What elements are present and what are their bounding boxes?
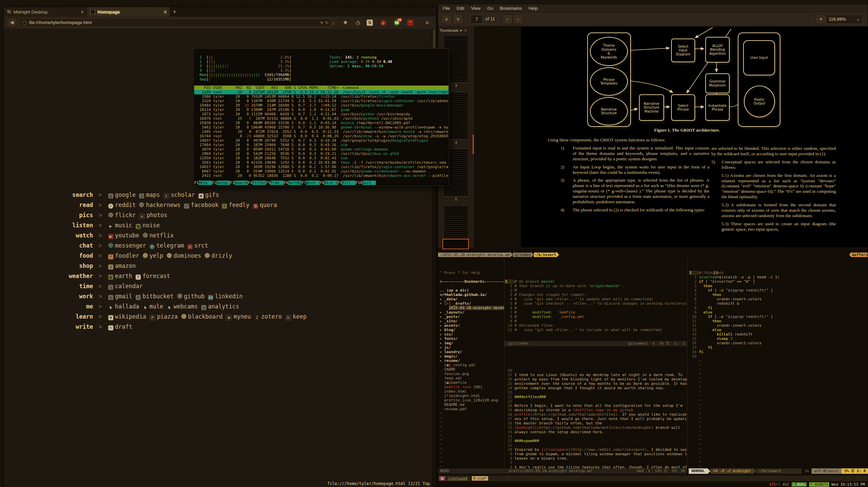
link-photos[interactable]: photos [146,212,167,218]
link-youtube[interactable]: youtube [115,232,139,239]
link-bitbucket[interactable]: bitbucket [142,293,174,300]
s-extension-icon[interactable]: S [367,20,373,26]
selected-page-thumbnail[interactable] [442,239,469,249]
link-keep[interactable]: keep [293,313,307,320]
menu-item[interactable]: Edit [457,6,464,11]
tab-midnight-desktop[interactable]: Midnight Desktop x [4,7,87,17]
zoom-caret-icon[interactable]: ⌄ [856,15,860,24]
link-quora[interactable]: quora [260,202,277,208]
process-row[interactable]: 2872 tyler 20 0 1115M 96468 6420 S 0.7 1… [194,112,449,116]
process-row[interactable]: 2860 tyler 20 0 542M 21256 9536 S 0.0 0.… [194,152,449,156]
process-row[interactable]: 3462 tyler 20 0 1064M 43968 15700 S 0.7 … [194,125,449,130]
buffer-tab-midnight-desktop-md[interactable]: _/2015-05-28-midnight-desktop.md [438,253,510,257]
buffer-tab-git-index[interactable]: .g/index [513,253,531,257]
link-flickr[interactable]: flickr [115,212,136,218]
menu-item[interactable]: File [443,6,450,11]
process-row[interactable]: 2870 tyler 20 0 856M 25012 14716 S 0.0 0… [194,147,449,152]
link-webcams[interactable]: webcams [174,303,198,310]
process-row[interactable]: 24017 tyler 20 0 305M 19296 12088 S 0.0 … [194,165,449,169]
link-netflix[interactable]: netflix [150,232,174,239]
process-row[interactable]: 1340 root 20 0 2375M 2012M 275M S 0.0 25… [194,90,449,94]
process-row[interactable]: 21050 tyler 20 0 182M 20648 7552 S 0.0 0… [194,156,449,160]
menu-item[interactable]: Go [487,6,493,11]
link-calendar[interactable]: calendar [115,283,143,289]
buffer-tab-invert[interactable]: ~/b/invert [534,253,556,257]
link-noise[interactable]: noise [142,222,160,229]
tmux-window-0-vim[interactable]: 0:vim* [472,476,488,481]
back-button[interactable]: ◀ [7,18,17,27]
process-row[interactable]: 2986 tyler 20 0 7692M 1453M 60864 R 12.5… [194,94,449,99]
process-table-header[interactable]: PID USER PRI NI VIRT RES SHR S CPU% MEM%… [194,86,449,90]
htop-f8[interactable]: F8 [320,181,324,185]
link-scholar[interactable]: scholar [171,191,195,198]
lastpass-asterisk-icon[interactable]: * [407,20,413,26]
htop-f3[interactable]: F3 [230,181,234,185]
process-row[interactable]: 3320 tyler 20 0 1347M 436M 21744 S 2.6 5… [194,99,449,103]
process-row[interactable]: 17664 tyler 20 0 187M 25960 7648 S 0.0 0… [194,143,449,147]
page-down-button[interactable]: ∨ [453,15,463,24]
tab-homepage[interactable]: Homepage x [87,7,170,17]
tab-close-icon[interactable]: x [164,9,166,14]
link-reddit[interactable]: reddit [115,202,136,208]
link-github[interactable]: github [184,293,205,300]
sidebar-title[interactable]: Thumbnails [439,28,459,32]
link-music[interactable]: music [115,222,132,229]
link-gmail[interactable]: gmail [115,293,132,300]
htop-f2[interactable]: F2 [212,181,216,185]
menu-item[interactable]: View [471,6,480,11]
htop-f10[interactable]: F10 [356,181,362,185]
extension-puzzle-icon[interactable]: ❖ [341,19,349,27]
process-row[interactable]: 28114 tyler 20 0 1380M 147M 25196 S 0.0 … [194,108,449,112]
htop-f5[interactable]: F5 [266,181,270,185]
link-linkedin[interactable]: linkedin [215,293,243,300]
htop-f6[interactable]: F6 [284,181,288,185]
process-row[interactable]: 19484 tyler 39 19 1670M 214M 18300 S 0.7… [194,103,449,108]
link-hallada[interactable]: hallada [115,303,139,310]
link-maps[interactable]: maps [146,191,160,198]
link-gifs[interactable]: gifs [205,191,219,198]
zoom-control[interactable]: 116.89% ⌄ [826,15,863,24]
new-tab-button[interactable]: + [170,7,179,17]
history-back-button[interactable]: ‹ [502,15,512,24]
download-icon[interactable]: ↓ [329,19,338,27]
htop-f9[interactable]: F9 [338,181,342,185]
htop-f1[interactable]: F1 [194,181,199,185]
link-zotero[interactable]: zotero [261,313,282,320]
mu-extension-icon[interactable]: μ [380,20,386,26]
vim-middle-pane[interactable]: 1# On branch master1# Your branch is up-… [504,257,687,468]
crosshair-tool-icon[interactable]: ⌖ [816,15,826,24]
link-telegram[interactable]: telegram [156,242,184,249]
link-foodler[interactable]: foodler [115,252,139,259]
history-clock-icon[interactable]: ◷ [354,19,362,27]
process-row[interactable]: 25838 tyler 20 0 884M 88160 33136 S 0.0 … [194,121,449,125]
link-wikipedia[interactable]: wikipedia [115,313,146,320]
link-blackboard[interactable]: blackboard [188,313,223,320]
link-yelp[interactable]: yelp [150,252,163,259]
chart-extension-icon[interactable]: ▮▮21 [394,20,400,26]
link-dominoes[interactable]: dominoes [174,252,201,259]
link-mule[interactable]: mule [150,303,163,310]
url-bar[interactable]: file:///home/tyler/homepage.html ▾ ↻ [19,18,332,27]
process-row[interactable]: 2415 root 20 0 95352 18836 1280 S 0.0 0.… [194,173,449,178]
link-facebook[interactable]: facebook [191,202,219,208]
process-row[interactable]: 16976 root 25 5 287M 92192 48884 S 0.0 1… [194,116,449,121]
link-draft[interactable]: draft [115,323,132,330]
link-messenger[interactable]: messenger [115,242,146,249]
url-dropdown-icon[interactable]: ▾ [321,19,323,27]
process-row[interactable]: 16744 root 0 -20 44800 32532 3508 S 0.0 … [194,134,449,138]
page-number-input[interactable]: 7 [471,15,483,24]
link-piazza[interactable]: piazza [157,313,178,320]
link-earth[interactable]: earth [115,273,132,279]
menu-item[interactable]: Bookmarks [500,6,522,11]
url-text[interactable]: file:///home/tyler/homepage.html [29,19,318,27]
link-google[interactable]: google [115,191,136,198]
process-row[interactable]: 2405 root 20 0 872M 37024 3552 S 0.0 0.5… [194,130,449,134]
nerdtree-pane[interactable]: " Press ? for help >----------Bookmarks-… [438,257,504,468]
link-drizly[interactable]: drizly [211,252,232,259]
link-analytics[interactable]: analytics [208,303,239,310]
page-up-button[interactable]: ∧ [441,15,452,24]
link-myneu[interactable]: myneu [233,313,251,320]
reload-icon[interactable]: ↻ [325,19,328,27]
invert-script-pane[interactable]: 1#!/bin/bash1inverted=$(xcalib -a -p | h… [689,257,868,468]
htop-f4[interactable]: F4 [248,181,252,185]
